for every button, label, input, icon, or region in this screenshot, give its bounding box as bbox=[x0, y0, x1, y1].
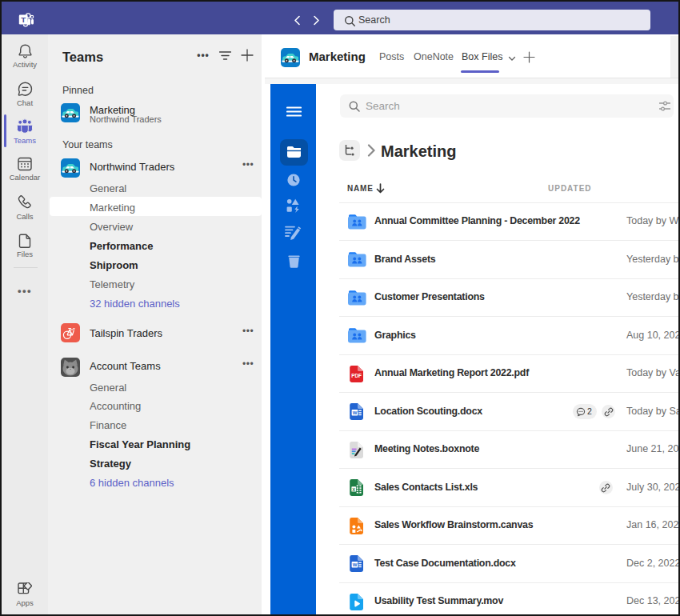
svg-text:T: T bbox=[21, 15, 26, 24]
